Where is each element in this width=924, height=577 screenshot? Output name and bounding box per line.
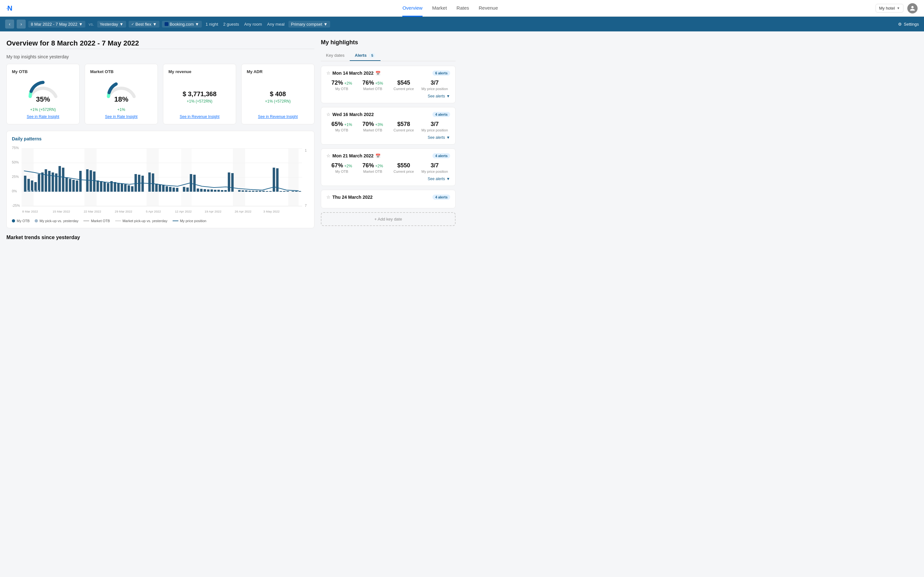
nav-overview[interactable]: Overview [402,0,423,17]
svg-rect-25 [48,171,51,192]
market-otb-value: 18% [114,95,128,103]
svg-rect-56 [162,185,165,192]
svg-rect-70 [214,190,216,192]
market-otb-link[interactable]: See in Rate Insight [90,114,152,119]
my-adr-card: My ADR $ 408 +1% (+572RN) See in Revenue… [241,64,314,124]
svg-rect-89 [283,191,286,192]
chart-legend: My OTB My pick-up vs. yesterday Market O… [12,219,309,223]
chart-area: 75% 50% 25% 0% -25% 1 7 [12,145,309,216]
svg-rect-39 [100,181,103,192]
see-alerts-chevron-mar14: ▼ [446,94,450,98]
alert-metrics-mar21: 67% +2% My OTB 76% +2% Market OTB $550 C… [326,162,450,173]
channel-chevron: ▼ [195,22,199,27]
svg-rect-76 [238,190,241,192]
svg-text:8 Mar 2022: 8 Mar 2022 [22,210,38,213]
calendar-icon-mar21: 📅 [375,153,381,158]
svg-rect-18 [24,176,27,192]
highlights-tabs: Key dates Alerts 5 [321,50,456,61]
alert-header-mar14: ☆ Mon 14 March 2022 📅 6 alerts [326,71,450,76]
svg-rect-59 [173,187,175,192]
legend-price-position: My price position [173,219,207,223]
hotel-selector[interactable]: My hotel ▼ [876,4,903,13]
svg-rect-74 [228,172,230,192]
nav-revenue[interactable]: Revenue [479,0,498,17]
prev-btn[interactable]: ‹ [5,19,14,29]
svg-rect-41 [107,183,110,192]
legend-dash-market-pickup [115,221,121,221]
main-layout: Overview for 8 March 2022 - 7 May 2022 M… [0,31,462,253]
star-icon-mar21[interactable]: ☆ [326,153,330,158]
legend-dash-market-otb [83,221,89,221]
legend-dot-my-otb [12,219,15,222]
next-btn[interactable]: › [17,19,26,29]
alert-badge-mar24: 4 alerts [433,195,450,200]
svg-text:75%: 75% [12,146,19,150]
insights-subtitle: My top insights since yesterday [6,54,314,59]
my-otb-link[interactable]: See in Rate Insight [12,114,74,119]
see-alerts-chevron-mar16: ▼ [446,135,450,140]
svg-text:3 May 2022: 3 May 2022 [263,210,280,213]
svg-rect-36 [89,170,92,192]
svg-rect-47 [128,185,130,192]
channel-filter[interactable]: Booking.com ▼ [162,21,202,27]
see-alerts-mar16[interactable]: See alerts ▼ [326,135,450,140]
legend-my-otb: My OTB [12,219,29,223]
metric-position-mar21: 3/7 My price position [419,162,451,173]
my-otb-change: +1% (+572RN) [12,107,74,112]
tab-alerts[interactable]: Alerts 5 [350,50,381,61]
svg-text:0%: 0% [12,189,17,193]
my-adr-link[interactable]: See in Revenue Insight [247,114,309,119]
compset-filter[interactable]: Primary compset ▼ [288,21,330,27]
svg-rect-72 [221,190,223,192]
my-adr-title: My ADR [247,69,309,74]
svg-rect-79 [249,191,251,192]
star-icon-mar16[interactable]: ☆ [326,112,330,117]
svg-rect-34 [79,171,82,192]
logo[interactable]: · N [6,4,12,13]
metric-position-mar16: 3/7 My price position [419,121,451,132]
svg-rect-64 [193,175,196,192]
flex-value: Best flex [136,22,152,27]
user-avatar[interactable] [907,3,918,13]
calendar-icon-mar14: 📅 [375,71,381,76]
alert-card-mar14: ☆ Mon 14 March 2022 📅 6 alerts 72% +2% M… [321,66,456,103]
svg-rect-88 [279,191,282,192]
metric-price-mar14: $545 Current price [388,79,419,91]
channel-value: Booking.com [170,22,194,27]
svg-rect-55 [159,184,162,192]
bcom-icon [165,22,168,26]
svg-rect-80 [252,191,254,192]
my-revenue-card: My revenue $ 3,771,368 +1% (+572RN) See … [163,64,236,124]
see-alerts-chevron-mar21: ▼ [446,177,450,181]
alerts-list: ☆ Mon 14 March 2022 📅 6 alerts 72% +2% M… [321,66,456,208]
see-alerts-mar21[interactable]: See alerts ▼ [326,177,450,181]
settings-button[interactable]: ⚙ Settings [898,22,919,27]
tab-key-dates[interactable]: Key dates [321,50,350,61]
alert-card-mar16: ☆ Wed 16 March 2022 4 alerts 65% +1% My … [321,107,456,145]
add-key-date-button[interactable]: + Add key date [321,212,456,226]
date-range-filter[interactable]: 8 Mar 2022 - 7 May 2022 ▼ [28,21,86,27]
svg-rect-94 [27,190,28,192]
alert-header-mar16: ☆ Wed 16 March 2022 4 alerts [326,112,450,117]
nav-market[interactable]: Market [432,0,447,17]
svg-rect-77 [242,190,244,192]
my-otb-title: My OTB [12,69,74,74]
metric-market-otb-mar14: 76% +5% Market OTB [357,79,389,91]
svg-rect-65 [197,189,199,192]
svg-text:-25%: -25% [12,204,20,207]
star-icon-mar24[interactable]: ☆ [326,195,330,200]
date-range-value: 8 Mar 2022 - 7 May 2022 [31,22,78,27]
svg-rect-97 [37,190,39,192]
flex-filter[interactable]: ✓ Best flex ▼ [129,21,160,27]
svg-rect-90 [286,191,289,192]
svg-rect-44 [117,183,120,192]
star-icon-mar14[interactable]: ☆ [326,71,330,76]
alert-badge-mar21: 4 alerts [433,153,450,158]
svg-rect-43 [114,182,116,192]
nav-rates[interactable]: Rates [457,0,469,17]
my-revenue-change: +1% (+572RN) [168,99,231,103]
my-revenue-link[interactable]: See in Revenue Insight [168,114,231,119]
vs-filter[interactable]: Yesterday ▼ [97,21,126,27]
see-alerts-mar14[interactable]: See alerts ▼ [326,94,450,98]
svg-rect-86 [273,168,275,192]
